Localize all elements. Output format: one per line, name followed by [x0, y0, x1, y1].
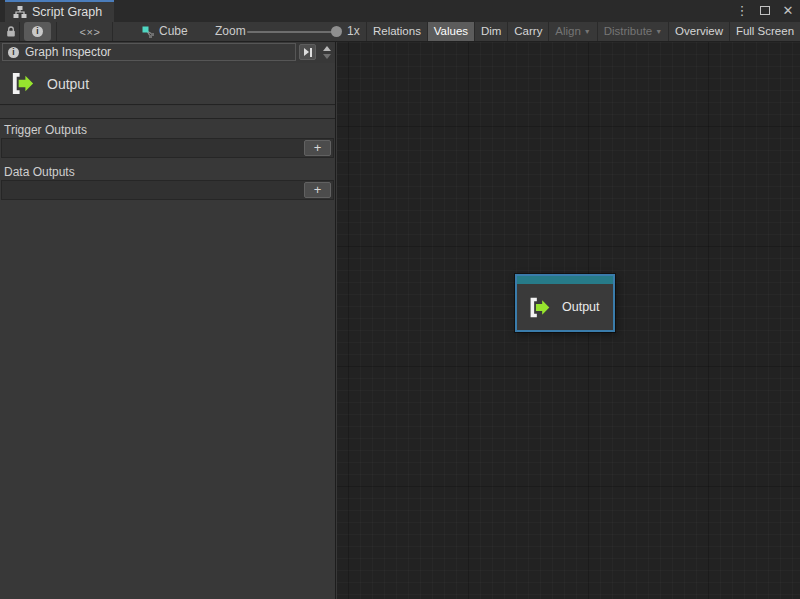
- add-data-output-button[interactable]: +: [304, 182, 331, 198]
- scroll-up-icon: [323, 46, 331, 51]
- fullscreen-button[interactable]: Full Screen: [729, 22, 800, 41]
- tab-script-graph[interactable]: Script Graph: [5, 0, 114, 22]
- trigger-outputs-list: +: [1, 138, 334, 158]
- carry-button[interactable]: Carry: [507, 22, 548, 41]
- zoom-slider-handle[interactable]: [331, 26, 342, 37]
- inspector-header-box: i Graph Inspector: [2, 43, 296, 61]
- dropdown-arrow-icon: ▼: [584, 28, 591, 35]
- output-node-titlebar: [517, 276, 613, 284]
- lock-icon[interactable]: [3, 22, 18, 41]
- zoom-slider[interactable]: [247, 31, 340, 33]
- info-icon: i: [32, 26, 43, 37]
- panel-scroller[interactable]: [320, 43, 334, 61]
- values-button[interactable]: Values: [427, 22, 474, 41]
- output-unit-icon: [9, 70, 36, 97]
- overview-button[interactable]: Overview: [668, 22, 729, 41]
- zoom-label: Zoom: [215, 22, 246, 41]
- dock-arrow-icon: [304, 48, 309, 56]
- graph-hierarchy-icon: [13, 5, 27, 19]
- output-unit-icon: [527, 295, 552, 320]
- maximize-icon[interactable]: [757, 0, 773, 22]
- inspector-separator: [0, 106, 335, 119]
- close-icon[interactable]: ✕: [780, 0, 796, 22]
- tab-label: Script Graph: [32, 2, 102, 22]
- info-icon: i: [8, 47, 19, 58]
- dock-panel-button[interactable]: [299, 44, 316, 60]
- graph-canvas[interactable]: Output: [337, 42, 800, 599]
- inspector-title: Graph Inspector: [25, 45, 111, 59]
- kebab-menu-icon[interactable]: ⋮: [734, 0, 750, 22]
- output-node[interactable]: Output: [515, 274, 615, 332]
- graph-toolbar: i <×> Cube Zoom 1x Relations Values Dim …: [0, 22, 800, 42]
- add-trigger-output-button[interactable]: +: [304, 140, 331, 156]
- view-buttons-group: Relations Values Dim Carry Align▼ Distri…: [366, 22, 800, 41]
- align-button[interactable]: Align▼: [548, 22, 596, 41]
- scroll-down-icon: [323, 54, 331, 59]
- data-outputs-label: Data Outputs: [4, 164, 75, 180]
- dropdown-arrow-icon: ▼: [655, 28, 662, 35]
- window-titlebar: Script Graph ⋮ ✕: [0, 0, 800, 22]
- trigger-outputs-label: Trigger Outputs: [4, 122, 87, 138]
- code-view-icon[interactable]: <×>: [72, 22, 108, 41]
- graph-inspector-panel: i Graph Inspector Output Trigger Outputs…: [0, 42, 336, 599]
- output-node-label: Output: [562, 300, 600, 314]
- selected-unit-header: Output: [0, 63, 335, 105]
- relations-button[interactable]: Relations: [366, 22, 427, 41]
- graph-target-label[interactable]: Cube: [159, 22, 188, 41]
- inspector-header: i Graph Inspector: [0, 42, 335, 62]
- data-outputs-list: +: [1, 180, 334, 200]
- dim-button[interactable]: Dim: [474, 22, 507, 41]
- zoom-value: 1x: [347, 22, 360, 41]
- distribute-button[interactable]: Distribute▼: [597, 22, 668, 41]
- selected-unit-title: Output: [47, 76, 89, 92]
- graph-asset-icon: [140, 22, 156, 41]
- info-toggle-button[interactable]: i: [24, 22, 51, 41]
